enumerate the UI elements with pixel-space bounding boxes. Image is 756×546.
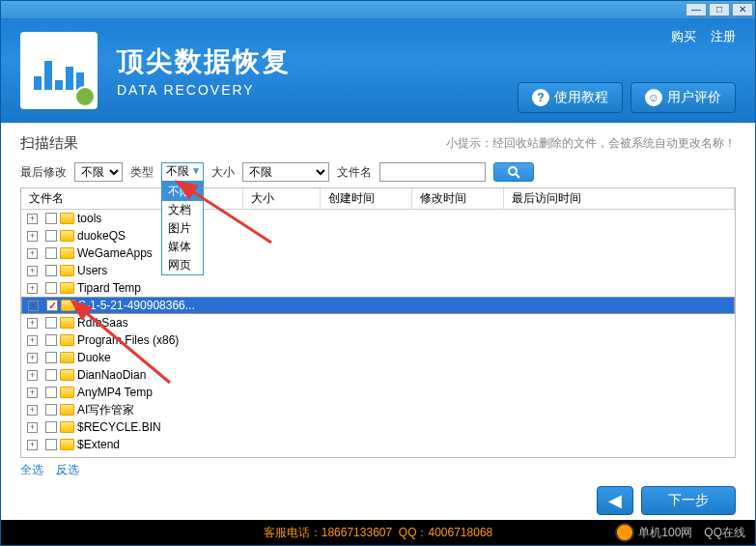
- maximize-button[interactable]: □: [709, 3, 730, 16]
- expand-icon[interactable]: +: [27, 214, 38, 224]
- svg-point-0: [509, 167, 517, 175]
- expand-icon[interactable]: +: [27, 266, 38, 276]
- file-name: Tipard Temp: [77, 281, 141, 295]
- expand-icon[interactable]: +: [27, 440, 38, 450]
- file-name: AnyMP4 Temp: [77, 386, 153, 399]
- size-label: 大小: [211, 164, 235, 181]
- expand-icon[interactable]: +: [27, 370, 38, 381]
- app-logo: [20, 32, 98, 109]
- col-accessed[interactable]: 最后访问时间: [504, 188, 735, 209]
- type-option[interactable]: 文档: [162, 201, 203, 219]
- file-tree[interactable]: +tools+duokeQS+WeGameApps+Users+Tipard T…: [21, 210, 735, 457]
- table-row[interactable]: +Program Files (x86): [21, 331, 735, 349]
- row-checkbox[interactable]: [45, 282, 57, 294]
- expand-icon[interactable]: +: [27, 248, 38, 259]
- expand-icon[interactable]: +: [27, 422, 38, 433]
- header: 顶尖数据恢复 DATA RECOVERY 购买 注册 ? 使用教程 ☺ 用户评价: [1, 18, 755, 123]
- titlebar: — □ ✕: [1, 1, 755, 18]
- search-button[interactable]: [493, 162, 534, 182]
- expand-icon[interactable]: +: [27, 318, 38, 329]
- type-select[interactable]: 不限 ▼ 不限 文档 图片 媒体 网页: [161, 162, 204, 182]
- row-checkbox[interactable]: [45, 317, 57, 329]
- type-option[interactable]: 图片: [162, 219, 203, 238]
- file-name: $RECYCLE.BIN: [77, 420, 161, 434]
- row-checkbox[interactable]: [45, 247, 57, 259]
- expand-icon[interactable]: +: [27, 388, 38, 398]
- expand-icon[interactable]: +: [27, 335, 38, 346]
- folder-icon: [61, 300, 75, 311]
- row-checkbox[interactable]: [45, 352, 57, 363]
- col-created[interactable]: 创建时间: [321, 188, 412, 209]
- file-name: WeGameApps: [77, 246, 153, 260]
- row-checkbox[interactable]: [45, 213, 57, 224]
- last-modified-select[interactable]: 不限: [74, 162, 123, 182]
- svg-line-1: [516, 174, 519, 178]
- footer: 客服电话：18667133607 QQ：4006718068 单机100网 QQ…: [1, 520, 755, 545]
- buy-link[interactable]: 购买: [671, 28, 696, 45]
- table-row[interactable]: +AI写作管家: [21, 401, 735, 418]
- folder-icon: [60, 317, 74, 329]
- help-icon: ?: [532, 89, 549, 106]
- select-all-link[interactable]: 全选: [20, 463, 43, 476]
- folder-icon: [60, 247, 74, 259]
- app-title-en: DATA RECOVERY: [117, 82, 291, 98]
- filename-label: 文件名: [337, 164, 372, 181]
- table-row[interactable]: +$RECYCLE.BIN: [21, 418, 735, 436]
- expand-icon[interactable]: +: [28, 301, 39, 311]
- filename-input[interactable]: [379, 162, 486, 182]
- app-title-cn: 顶尖数据恢复: [117, 43, 291, 80]
- expand-icon[interactable]: +: [27, 283, 38, 294]
- folder-icon: [60, 334, 74, 346]
- table-row[interactable]: +AnyMP4 Temp: [21, 384, 735, 401]
- register-link[interactable]: 注册: [711, 28, 736, 45]
- file-name: DianNaoDian: [77, 368, 146, 382]
- result-title: 扫描结果: [20, 134, 78, 153]
- prev-button[interactable]: ◀: [597, 486, 633, 515]
- col-name[interactable]: 文件名: [21, 188, 243, 209]
- table-row[interactable]: +DianNaoDian: [21, 366, 735, 384]
- size-select[interactable]: 不限: [242, 162, 329, 182]
- table-row[interactable]: +duokeQS: [21, 227, 735, 244]
- phone-number: 18667133607: [322, 526, 392, 539]
- chevron-down-icon: ▼: [191, 165, 201, 176]
- row-checkbox[interactable]: [45, 334, 57, 346]
- row-checkbox[interactable]: [45, 265, 57, 276]
- close-button[interactable]: ✕: [732, 3, 753, 16]
- table-row[interactable]: +S-1-5-21-490908366...: [21, 297, 735, 314]
- file-name: S-1-5-21-490908366...: [78, 299, 195, 312]
- type-option[interactable]: 媒体: [162, 238, 203, 256]
- row-checkbox[interactable]: [45, 404, 57, 416]
- row-checkbox[interactable]: [45, 230, 57, 242]
- table-row[interactable]: +tools: [21, 210, 735, 227]
- table-row[interactable]: +RdIbSaas: [21, 314, 735, 331]
- row-checkbox[interactable]: [46, 300, 58, 311]
- col-modified[interactable]: 修改时间: [412, 188, 504, 209]
- file-pane: 文件名 大小 创建时间 修改时间 最后访问时间 +tools+duokeQS+W…: [20, 187, 736, 458]
- review-button[interactable]: ☺ 用户评价: [630, 82, 736, 113]
- table-row[interactable]: +$Extend: [21, 436, 735, 453]
- table-row[interactable]: +Duoke: [21, 349, 735, 366]
- type-option[interactable]: 网页: [162, 256, 203, 274]
- expand-icon[interactable]: +: [27, 405, 38, 416]
- minimize-button[interactable]: —: [686, 3, 707, 16]
- watermark-text: 单机100网: [638, 525, 692, 541]
- folder-icon: [60, 404, 74, 416]
- file-name: tools: [77, 212, 101, 225]
- file-name: duokeQS: [77, 229, 126, 243]
- row-checkbox[interactable]: [45, 387, 57, 398]
- last-modified-label: 最后修改: [20, 164, 67, 181]
- table-row[interactable]: +Users: [21, 262, 735, 279]
- table-row[interactable]: +WeGameApps: [21, 244, 735, 262]
- table-row[interactable]: +Tipard Temp: [21, 279, 735, 297]
- row-checkbox[interactable]: [45, 421, 57, 433]
- invert-select-link[interactable]: 反选: [56, 463, 79, 476]
- expand-icon[interactable]: +: [27, 231, 38, 242]
- row-checkbox[interactable]: [45, 439, 57, 450]
- expand-icon[interactable]: +: [27, 353, 38, 363]
- next-button[interactable]: 下一步: [641, 486, 736, 515]
- type-label: 类型: [130, 164, 154, 181]
- col-size[interactable]: 大小: [243, 188, 321, 209]
- row-checkbox[interactable]: [45, 369, 57, 381]
- tutorial-button[interactable]: ? 使用教程: [518, 82, 623, 113]
- type-option[interactable]: 不限: [162, 183, 203, 201]
